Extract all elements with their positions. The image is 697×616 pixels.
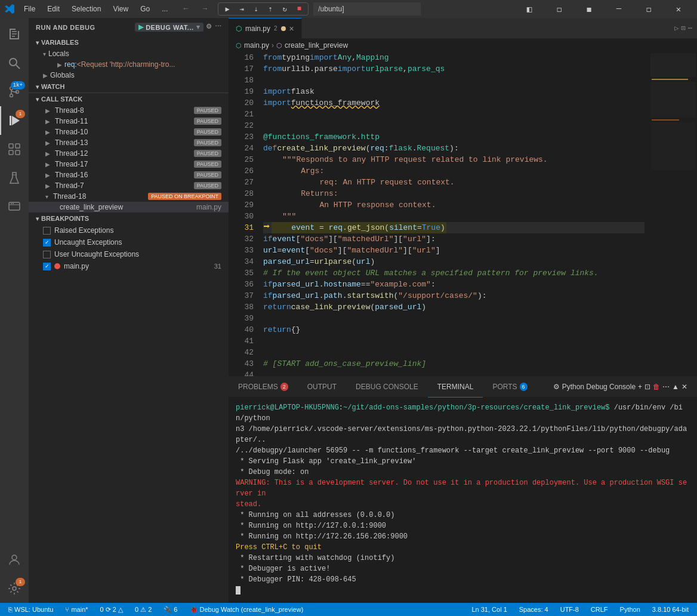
restart-button[interactable]: ↻ [278,3,291,15]
globals-item[interactable]: ▶ Globals [29,70,229,81]
bp-raised-exceptions[interactable]: Raised Exceptions [29,224,229,236]
term-warning2: stead. [236,499,690,510]
menu-edit[interactable]: Edit [42,4,64,14]
settings-button[interactable]: 1 [0,574,29,603]
thread-18[interactable]: ▾ Thread-18 PAUSED ON BREAKPOINT [29,191,229,202]
kill-terminal-icon[interactable]: 🗑 [653,383,660,391]
run-debug-config[interactable]: ▶ Debug Wat... ▾ [135,23,203,32]
code-line-34: parsed_url = urlparse(url) [263,256,644,267]
close-panel-icon[interactable]: ✕ [681,383,687,391]
output-tab[interactable]: OUTPUT [298,377,346,398]
testing-button[interactable] [0,164,29,192]
menu-file[interactable]: File [19,4,40,14]
position-status[interactable]: Ln 31, Col 1 [468,603,510,616]
accounts-button[interactable] [0,546,29,574]
explorer-button[interactable] [0,20,29,49]
breadcrumb-file[interactable]: main.py [244,41,269,50]
step-over-button[interactable]: ⇥ [235,3,248,15]
code-content[interactable]: from typing import Any, Mapping from url… [258,52,649,376]
bp-mainpy[interactable]: ✓ main.py 31 [29,260,229,272]
language-status[interactable]: Python [616,603,644,616]
step-out-button[interactable]: ⇡ [264,3,277,15]
encoding-status[interactable]: UTF-8 [557,603,582,616]
bp-user-uncaught[interactable]: User Uncaught Exceptions [29,248,229,260]
version-status[interactable]: 3.8.10 64-bit [649,603,692,616]
req-variable[interactable]: ▶ req: <Request 'http://charming-tro... [29,59,229,70]
ln-41: 41 [229,335,254,347]
forward-button[interactable]: → [196,3,213,15]
continue-button[interactable]: ▶ [221,3,234,15]
output-label: OUTPUT [307,383,337,391]
panel-button[interactable]: ◻ [545,0,573,18]
stop-button[interactable]: ■ [292,3,306,15]
ports-status[interactable]: 🔌 6 [160,603,181,616]
command-input[interactable] [313,2,421,16]
menu-more[interactable]: ... [157,4,172,14]
thread-8[interactable]: ▶ Thread-8 PAUSED [29,105,229,116]
problems-tab[interactable]: PROBLEMS 2 [229,377,298,398]
locals-item[interactable]: ▾ Locals [29,48,229,59]
extensions-button[interactable] [0,135,29,164]
watch-header[interactable]: ▾ WATCH [29,81,229,93]
errors-status[interactable]: 0 ⚠ 2 [131,603,155,616]
tab-close-icon[interactable]: × [289,24,294,33]
breadcrumb-function[interactable]: create_link_preview [285,41,348,50]
breakpoints-header[interactable]: ▾ BREAKPOINTS [29,212,229,224]
terminal[interactable]: pierrick@LAPTOP-HKU5PNNG:~/git/add-ons-s… [229,398,697,603]
maximize-button[interactable]: ◻ [635,0,662,18]
terminal-tab[interactable]: TERMINAL [428,377,483,398]
menu-view[interactable]: View [108,4,133,14]
ports-tab[interactable]: PORTS 6 [483,377,536,398]
thread-7[interactable]: ▶ Thread-7 PAUSED [29,180,229,191]
more-icon[interactable]: ⋯ [215,23,222,32]
bp-mainpy-checkbox[interactable]: ✓ [43,263,51,270]
bp-user-uncaught-checkbox[interactable] [43,251,51,258]
remote-button[interactable] [0,192,29,221]
thread-16[interactable]: ▶ Thread-16 PAUSED [29,170,229,180]
search-button[interactable] [0,49,29,78]
bp-uncaught-exceptions[interactable]: ✓ Uncaught Exceptions [29,236,229,248]
line-ending-status[interactable]: CRLF [587,603,612,616]
ln-42: 42 [229,347,254,358]
active-frame[interactable]: create_link_preview main.py [29,202,229,212]
close-button[interactable]: ✕ [665,0,692,18]
branch-status[interactable]: ⑂ main* [61,603,91,616]
menu-go[interactable]: Go [135,4,155,14]
sync-status[interactable]: 0 ⟳ 2 △ [97,603,127,616]
minimize-button[interactable]: ─ [605,0,633,18]
layout-button[interactable]: ◧ [516,0,543,18]
run-icon[interactable]: ▷ [674,24,679,33]
remote-status[interactable]: ⎘ WSL: Ubuntu [5,603,57,616]
thread-10[interactable]: ▶ Thread-10 PAUSED [29,127,229,137]
variables-header[interactable]: ▾ VARIABLES [29,36,229,48]
branch-label: main* [71,606,88,613]
add-icon[interactable]: + [638,383,642,391]
spaces-status[interactable]: Spaces: 4 [516,603,552,616]
split-terminal-icon[interactable]: ⊡ [644,383,650,391]
source-control-button[interactable]: 1k+ [0,78,29,106]
gear-icon[interactable]: ⚙ [206,23,212,32]
more-editor-icon[interactable]: ⋯ [688,24,692,33]
split-editor-icon[interactable]: ⊡ [681,24,686,33]
bp-raised-checkbox[interactable] [43,227,51,235]
thread-17[interactable]: ▶ Thread-17 PAUSED [29,159,229,170]
split-button[interactable]: ◼ [575,0,603,18]
debug-console-tab[interactable]: DEBUG CONSOLE [346,377,428,398]
python-debug-console[interactable]: ⚙ Python Debug Console + ⊡ 🗑 ⋯ ▲ ✕ [548,383,692,391]
debug-status[interactable]: 🐞 Debug Watch (create_link_preview) [186,603,307,616]
more-panel-icon[interactable]: ⋯ [662,383,670,391]
thread-13[interactable]: ▶ Thread-13 PAUSED [29,137,229,148]
bp-uncaught-checkbox[interactable]: ✓ [43,239,51,247]
thread-12[interactable]: ▶ Thread-12 PAUSED [29,148,229,159]
back-button[interactable]: ← [177,3,194,15]
tab-mainpy[interactable]: ⬡ main.py 2 × [229,18,302,39]
step-into-button[interactable]: ⇣ [249,3,263,15]
tab-label: main.py [245,24,270,33]
menu-selection[interactable]: Selection [67,4,106,14]
call-stack-header[interactable]: ▾ CALL STACK [29,93,229,105]
thread-11[interactable]: ▶ Thread-11 PAUSED [29,116,229,127]
watch-label: WATCH [41,83,65,90]
maximize-panel-icon[interactable]: ▲ [672,383,679,391]
thread-12-label: Thread-12 [55,149,88,158]
run-debug-button[interactable]: 1 [0,106,29,135]
